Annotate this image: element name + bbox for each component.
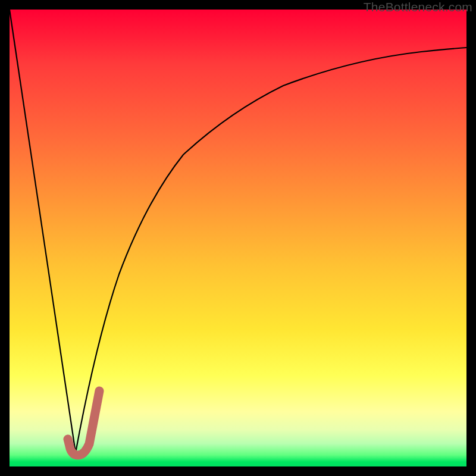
plot-area [10, 10, 466, 466]
watermark-text: TheBottleneck.com [364, 0, 472, 14]
hook-stroke [68, 391, 99, 455]
chart-frame: TheBottleneck.com [0, 0, 476, 476]
curve-left [10, 10, 76, 453]
chart-svg [10, 10, 466, 466]
curve-right [76, 48, 466, 453]
